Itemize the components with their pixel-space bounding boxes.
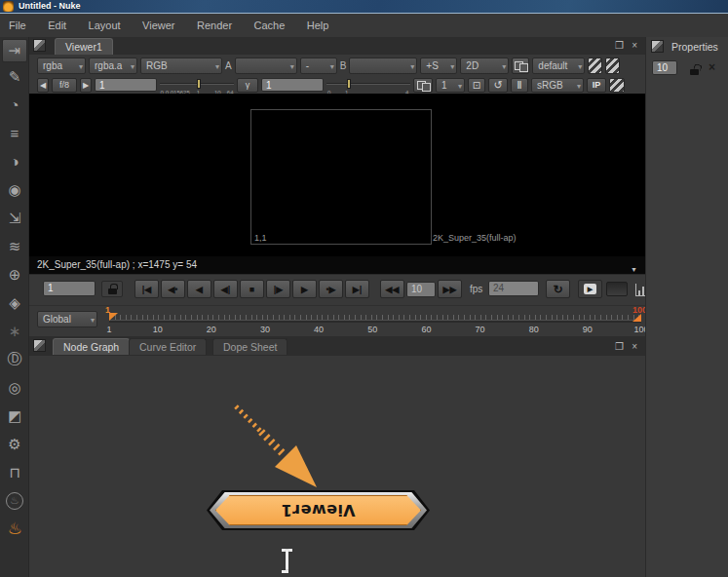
gain-increment-button[interactable]: ▶: [80, 78, 92, 93]
current-frame-input[interactable]: 1: [43, 281, 96, 296]
stop-button[interactable]: ■: [240, 280, 264, 298]
properties-controls: 10 ×: [652, 60, 725, 76]
a-buffer-dropdown[interactable]: [235, 58, 297, 74]
proxy-toggle-icon[interactable]: [413, 78, 433, 93]
playhead-marker[interactable]: [109, 313, 118, 321]
time-icon[interactable]: ◔: [0, 91, 29, 119]
gain-decrement-button[interactable]: ◀: [37, 78, 49, 93]
gain-slider-handle[interactable]: [197, 79, 201, 89]
3d-icon[interactable]: ◈: [0, 288, 29, 317]
stereo-views-icon[interactable]: [512, 58, 529, 74]
tab-properties[interactable]: Properties: [671, 41, 718, 53]
menu-help[interactable]: Help: [298, 15, 338, 31]
gamma-button[interactable]: γ: [237, 78, 258, 93]
color-icon[interactable]: ◑: [0, 147, 29, 175]
viewer-canvas[interactable]: 1,1 2K_Super_35(full-ap): [29, 94, 645, 256]
goto-start-button[interactable]: |◀: [134, 280, 159, 298]
properties-panel: Properties 10 ×: [645, 37, 728, 577]
alpha-channel-dropdown[interactable]: rgba.a: [89, 58, 137, 74]
channels-dropdown[interactable]: rgba: [37, 58, 86, 74]
prev-keyframe-button[interactable]: ◀•: [161, 280, 185, 298]
keyer-icon[interactable]: ⇲: [0, 204, 29, 232]
flipbook-button[interactable]: ▶: [578, 280, 602, 298]
gain-slider[interactable]: 0 0.015625 1 10 64: [160, 77, 234, 93]
view-dimension-dropdown[interactable]: 2D: [460, 58, 509, 74]
display-mode-dropdown[interactable]: RGB: [140, 58, 222, 74]
step-back-button[interactable]: ◀|: [213, 280, 238, 298]
overlay-toggle-icon[interactable]: [605, 58, 620, 74]
viewer-info-bar[interactable]: 2K_Super_35(full-ap) ; x=1475 y= 54 ▼: [29, 256, 645, 274]
roi-icon[interactable]: ⊡: [468, 78, 485, 93]
furnace-icon[interactable]: ♨: [0, 486, 29, 515]
colorspace-dropdown[interactable]: sRGB: [531, 78, 584, 93]
close-all-panels-icon[interactable]: ×: [709, 60, 715, 74]
close-panel-icon[interactable]: ×: [632, 341, 637, 353]
float-panel-icon[interactable]: ❐: [615, 40, 624, 52]
input-process-button[interactable]: IP: [587, 78, 606, 93]
skip-increment-input[interactable]: 10: [406, 282, 436, 297]
panel-menu-icon[interactable]: [33, 339, 46, 352]
unlock-icon[interactable]: [689, 63, 701, 75]
menu-file[interactable]: File: [0, 15, 35, 31]
menu-edit[interactable]: Edit: [39, 15, 75, 31]
frame-range-dropdown[interactable]: Global: [37, 311, 97, 327]
tab-curve-editor[interactable]: Curve Editor: [129, 338, 207, 355]
views-icon[interactable]: ◎: [0, 373, 29, 402]
fstop-button[interactable]: f/8: [52, 78, 77, 93]
float-panel-icon[interactable]: ❐: [615, 341, 624, 353]
step-forward-button[interactable]: |▶: [266, 280, 290, 298]
menu-layout[interactable]: Layout: [80, 15, 130, 31]
filter-icon[interactable]: ◉: [0, 175, 29, 204]
goto-end-button[interactable]: ▶|: [345, 280, 369, 298]
max-panels-input[interactable]: 10: [652, 60, 677, 75]
deep-icon[interactable]: Ⓓ: [0, 345, 29, 373]
gamma-input[interactable]: 1: [261, 78, 324, 92]
refresh-icon[interactable]: ↺: [488, 78, 508, 93]
menu-cache[interactable]: Cache: [246, 15, 294, 31]
proxy-level-dropdown[interactable]: 1: [436, 78, 465, 93]
stereo-mode-dropdown[interactable]: +S: [420, 58, 457, 74]
lut-dropdown[interactable]: default: [532, 58, 585, 74]
tab-node-graph[interactable]: Node Graph: [53, 338, 130, 355]
menu-render[interactable]: Render: [188, 15, 241, 31]
mask-overlay-icon[interactable]: [588, 58, 602, 74]
cliptest-zebra-icon[interactable]: [609, 78, 625, 93]
particles-icon[interactable]: ∗: [0, 317, 29, 345]
panel-menu-icon[interactable]: [33, 39, 46, 52]
range-end-marker[interactable]: [632, 314, 641, 322]
toolsets-icon[interactable]: ⚙: [0, 430, 29, 458]
play-backward-button[interactable]: ◀: [187, 280, 211, 298]
skip-back-button[interactable]: ◀◀: [380, 280, 404, 298]
draw-icon[interactable]: ✎: [0, 62, 29, 91]
timeline-ruler[interactable]: 1 100 1 10 20 30 40 50 60 70 80 90 100: [109, 306, 641, 337]
connection-arrow: [29, 356, 645, 577]
skip-forward-button[interactable]: ▶▶: [438, 280, 462, 298]
gain-input[interactable]: 1: [95, 78, 157, 92]
tab-dope-sheet[interactable]: Dope Sheet: [212, 338, 287, 355]
image-read-icon[interactable]: ⇥: [2, 39, 27, 62]
tab-viewer1[interactable]: Viewer1: [55, 38, 113, 55]
play-forward-button[interactable]: ▶: [292, 280, 317, 298]
viewer-node[interactable]: Viewer1: [207, 490, 430, 530]
wipe-mode-dropdown[interactable]: -: [300, 58, 337, 74]
b-buffer-dropdown[interactable]: [349, 58, 417, 74]
gamma-slider[interactable]: 0 1 4: [326, 77, 410, 93]
node-graph-canvas[interactable]: Viewer1: [29, 356, 645, 577]
panel-menu-icon[interactable]: [651, 40, 664, 53]
title-bar[interactable]: Untitled - Nuke: [0, 0, 728, 14]
frame-lock-button[interactable]: [101, 281, 123, 297]
channel-icon[interactable]: ≡: [0, 119, 29, 147]
next-keyframe-button[interactable]: •▶: [319, 280, 343, 298]
metadata-icon[interactable]: ◩: [0, 402, 29, 430]
nuke-flame-icon[interactable]: ♨: [0, 515, 29, 543]
gamma-slider-handle[interactable]: [347, 79, 351, 89]
menu-viewer[interactable]: Viewer: [134, 15, 183, 31]
transform-icon[interactable]: ⊕: [0, 260, 29, 288]
timeline-bar: Global 1 100 1 10 20 30 40 50 60 70 80 9…: [29, 305, 645, 336]
frame-icon[interactable]: ⊓: [0, 458, 29, 486]
pause-icon[interactable]: ‖: [511, 78, 528, 93]
loop-mode-button[interactable]: ↻: [546, 280, 570, 298]
fps-input[interactable]: 24: [488, 281, 539, 296]
merge-icon[interactable]: ≋: [0, 232, 29, 260]
close-panel-icon[interactable]: ×: [632, 40, 637, 52]
